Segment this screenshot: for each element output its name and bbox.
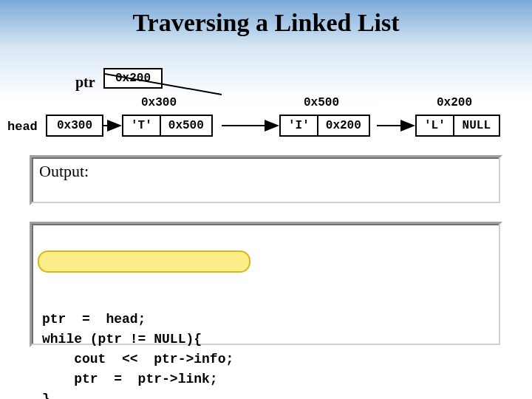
code-line-2: while (ptr != NULL){: [42, 332, 202, 347]
address-label-node1: 0x300: [133, 96, 185, 109]
code-panel: ptr = head; while (ptr != NULL){ cout <<…: [30, 222, 502, 347]
node-1-info: 'T': [123, 116, 161, 135]
code-line-5: }: [42, 392, 50, 399]
node-2-link: 0x200: [318, 116, 369, 135]
ptr-value-box: 0x200: [103, 68, 163, 89]
address-label-node2: 0x500: [296, 96, 347, 109]
head-label: head: [7, 120, 38, 134]
address-label-node3: 0x200: [429, 96, 480, 109]
node-1: 'T' 0x500: [122, 115, 213, 137]
code-line-4: ptr = ptr->link;: [42, 372, 218, 386]
ptr-label: ptr: [75, 74, 95, 91]
output-panel: Output:: [30, 155, 502, 205]
code-line-1: ptr = head;: [42, 312, 146, 327]
head-value-box: 0x300: [46, 115, 103, 137]
node-2-info: 'I': [281, 116, 318, 135]
code-highlight: [38, 250, 250, 273]
slide-title: Traversing a Linked List: [0, 0, 532, 37]
node-1-link: 0x500: [161, 116, 211, 135]
node-3-link: NULL: [454, 116, 499, 135]
output-label: Output:: [39, 162, 89, 180]
node-3: 'L' NULL: [415, 115, 500, 137]
code-line-3: cout << ptr->info;: [42, 352, 233, 366]
node-2: 'I' 0x200: [279, 115, 370, 137]
node-3-info: 'L': [417, 116, 454, 135]
